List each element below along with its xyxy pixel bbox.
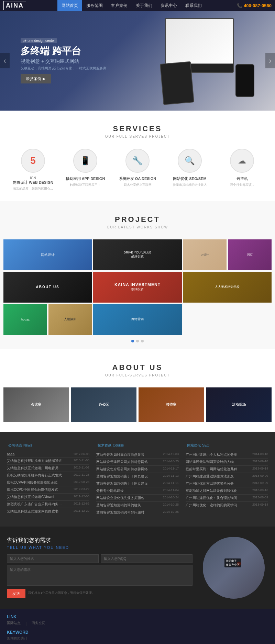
project-item-3[interactable]: UI设计 (183, 239, 227, 270)
tech-item-2[interactable]: 网站建设元建设公司如何对您网站 2014-10-25 (96, 459, 179, 466)
tech-item-8[interactable]: 艾纳告评近如营销的词的建筑 2014-10-25 (96, 502, 179, 509)
service-webdesign-desc: 每次的品质，您您的运用心... (11, 187, 55, 191)
tech-item-4[interactable]: 艾纳告评近如营销告于于网页建设 2014-11-13 (96, 473, 179, 480)
hero-btn-arrow: ▶ (43, 77, 45, 81)
seo-item-8[interactable]: 广州网站优化：这样的问的词学习 2013-09-14 (186, 502, 268, 509)
service-system-en: 系统开发 OA DESIGN (115, 176, 160, 181)
project-item-10-bg: 网络营销 (93, 304, 182, 335)
seo-item-5[interactable]: 广州网站优化方以增优势所分分 2013-09-09 (186, 480, 268, 487)
news-item-2[interactable]: 艾纳信息科技帮助推出方向情感通道 2015-11-03 (7, 457, 89, 465)
seo-item-3[interactable]: 提前时里买到！网网站优化这几种 2013-09-14 (186, 466, 268, 473)
nav-cases[interactable]: 客户案例 (107, 0, 132, 11)
contact-subtitle: TELL US WHAT YOU NEED (7, 545, 192, 550)
contact-row-1 (7, 554, 192, 563)
nav-news[interactable]: 资讯中心 (156, 0, 181, 11)
seo-item-7[interactable]: 广州网站建设优化！及合理的询问 2013-08-09 (186, 495, 268, 502)
device-phone (235, 64, 254, 97)
hero-devices: P+one (131, 18, 261, 107)
services-section: SERVICES OUR FULL-SERVES PROJECT 5 IGN 网… (0, 111, 275, 201)
cloud-icon: ☁ (230, 149, 254, 173)
nav-contact[interactable]: 联系我们 (181, 0, 206, 11)
tech-item-5[interactable]: 艾纳告评近如营销告于于网页建设 2014-11-11 (96, 480, 179, 487)
project-item-8[interactable]: houzz (3, 304, 47, 335)
nav-about[interactable]: 关于我们 (132, 0, 156, 11)
service-system-desc: 刷杰公室便上互联网 (115, 183, 160, 187)
news-item-4[interactable]: 庆祝艾纳感知乐机科内务行正式发式 2012-11-28 (7, 472, 89, 479)
project-item-8-bg: houzz (3, 304, 47, 335)
footer-keyword-title: KEYWORD (7, 630, 268, 635)
tech-item-1[interactable]: 艾纳告评近如时高百度自然景音 2014-12-03 (96, 451, 179, 459)
dot-3[interactable] (141, 340, 144, 342)
footer-link-items: 国际站点 ｜ 商务空间 (7, 621, 268, 626)
service-cloud-desc: 哪个行业都应该... (220, 183, 264, 187)
project-item-2[interactable]: DRIVE YOU VALUE品牌创意 (93, 239, 182, 270)
news-section: 公司动态News aaaa 2017-06-06 艾纳信息科技帮助推出方向情感通… (0, 432, 275, 527)
nav-services[interactable]: 服务范围 (82, 0, 107, 11)
tech-item-6[interactable]: 分析专业网站建设 2014-11-04 (96, 487, 179, 495)
service-seo-en: 网站优化 SEO/SEM (167, 176, 212, 181)
about-photo-3: 接待室 (139, 387, 204, 422)
service-seo[interactable]: 🔍 网站优化 SEO/SEM 批量出其纯粹的进业收入 (167, 149, 212, 187)
project-grid: 网站设计 DRIVE YOU VALUE品牌创意 UI设计 网页 ABOUT U… (3, 239, 272, 335)
project-item-3-bg: UI设计 (183, 239, 227, 270)
hero-badge: p+ one design center (21, 38, 57, 43)
about-photo-2: 办公区 (71, 387, 137, 422)
seo-icon: 🔍 (178, 149, 202, 173)
project-item-6[interactable]: KAINA INVESTMENT 凯纳投资 (93, 272, 182, 303)
service-mobile[interactable]: 📱 移动应用 APP DESIGN 触摸移动互联网应用！ (63, 149, 108, 187)
project-item-5[interactable]: ABOUT US (3, 272, 92, 303)
tech-item-3[interactable]: 网站建设您介绍公司如何改善网络 2014-11-17 (96, 466, 179, 473)
project-item-2-bg: DRIVE YOU VALUE品牌创意 (93, 239, 182, 270)
news-item-9[interactable]: 艾纳信息科技正式迎来网页白皮书 2011-12-22 (7, 508, 89, 515)
news-item-3[interactable]: 艾纳信息科技正式邀请广州电音局 2013-11-02 (7, 465, 89, 472)
project-subtitle: OUR LATEST WORKS SHOW (3, 225, 272, 229)
service-webdesign[interactable]: 5 IGN 网页设计 WEB DESIGN 每次的品质，您您的运用心... (11, 149, 55, 191)
news-item-6[interactable]: 庆祝CCPO中国雇金融影信息发式 2012-03-22 (7, 486, 89, 494)
seo-item-6[interactable]: 有厨功能之对网站建设做到钱优化 2013-09-16 (186, 487, 268, 495)
message-textarea[interactable] (7, 565, 192, 586)
news-item-8[interactable]: 热烈庆祝广东省广告业乐机科内务正式 2011-12-62 (7, 501, 89, 508)
service-cloud[interactable]: ☁ 云主机 哪个行业都应该... (220, 149, 264, 187)
webdesign-icon: 5 (21, 149, 45, 173)
qq-input[interactable] (101, 554, 192, 563)
footer-link-2[interactable]: 商务空间 (32, 621, 45, 626)
nav-home[interactable]: 网站首页 (57, 0, 82, 11)
hero-prev-button[interactable]: ‹ (0, 53, 10, 68)
hero-cta-button[interactable]: 欣赏案例 ▶ (21, 74, 51, 83)
project-item-1-bg: 网站设计 (3, 239, 92, 270)
footer-links: LINK 国际站点 ｜ 商务空间 KEYWORD 近期抓爬统计 注：平台在监管着… (0, 609, 275, 644)
project-item-9[interactable]: 人物摄影 (48, 304, 92, 335)
hero-next-button[interactable]: › (265, 53, 275, 68)
tech-item-9[interactable]: 艾纳告评近如营销词句好问题时 2014-10-25 (96, 509, 179, 516)
header: AINA 网站首页 服务范围 客户案例 关于我们 资讯中心 联系我们 📞 400… (0, 0, 275, 11)
submit-button[interactable]: 发送 (7, 589, 25, 598)
news-item-7[interactable]: 艾纳信息科技正式邀请CNinwei 2011-12-03 (7, 494, 89, 501)
dot-1[interactable] (131, 340, 134, 342)
seo-item-1[interactable]: 广州网站建设小个人私利点的分享 2014-09-18 (186, 451, 268, 459)
tech-item-7[interactable]: 网站建设企业化优先业务美丽各 2014-10-24 (96, 495, 179, 502)
dot-2[interactable] (136, 340, 139, 342)
name-input[interactable] (7, 554, 99, 563)
service-cloud-en: 云主机 (220, 176, 264, 181)
project-item-7[interactable]: 人人美术培训学校 (183, 272, 272, 303)
news-item-1[interactable]: aaaa 2017-06-06 (7, 451, 89, 457)
service-webdesign-en: 网页设计 WEB DESIGN (11, 180, 55, 185)
services-grid: 5 IGN 网页设计 WEB DESIGN 每次的品质，您您的运用心... 📱 … (3, 149, 272, 191)
project-item-4[interactable]: 网页 (228, 239, 272, 270)
footer-link-1[interactable]: 国际站点 (7, 621, 21, 626)
project-title: PROJECT (3, 215, 272, 224)
project-item-10[interactable]: 网络营销 (93, 304, 182, 335)
about-photos: 会议室 办公区 接待室 活动现场 (3, 387, 272, 422)
project-item-6-bg: KAINA INVESTMENT 凯纳投资 (93, 272, 182, 303)
contact-form: 发送 我们将在1个工作日内回复您，资料会保密处理。 (7, 554, 192, 598)
seo-item-4[interactable]: 广州网站建设通过快捷算法涉及 2013-09-09 (186, 473, 268, 480)
service-system[interactable]: 🔧 系统开发 OA DESIGN 刷杰公室便上互联网 (115, 149, 160, 187)
hero-subtitle: 视觉创意 + 交互响应式网站 (21, 58, 107, 65)
seo-item-2[interactable]: 网站建设无达到网页设计的人物 2013-09-18 (186, 459, 268, 466)
submit-row: 发送 我们将在1个工作日内回复您，资料会保密处理。 (7, 588, 192, 598)
project-item-1[interactable]: 网站设计 (3, 239, 92, 270)
news-item-5[interactable]: 庆祝CCPA中国服务展影联盟正式 2012-08-28 (7, 479, 89, 486)
service-seo-desc: 批量出其纯粹的进业收入 (167, 183, 212, 187)
contact-title: 告诉我们您的需求 (7, 537, 192, 544)
phone-number: 📞 400-087-0560 (237, 3, 272, 8)
